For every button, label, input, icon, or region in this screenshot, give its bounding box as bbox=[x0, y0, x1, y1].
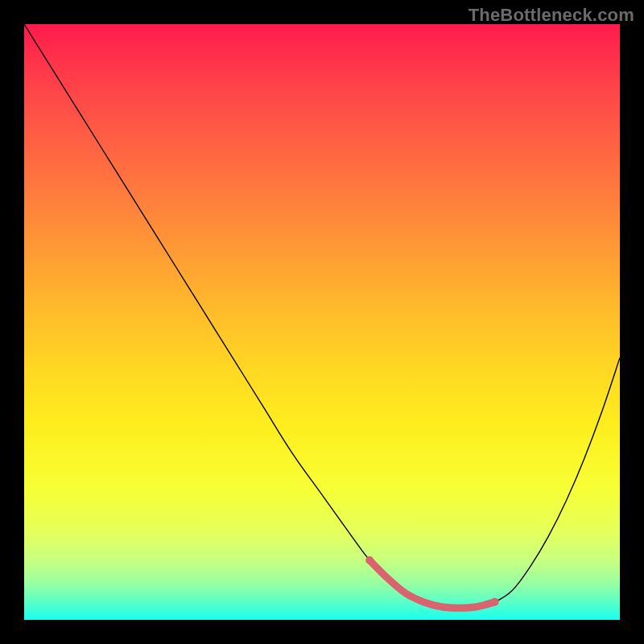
svg-point-0 bbox=[365, 556, 374, 564]
watermark-text: TheBottleneck.com bbox=[469, 5, 634, 26]
svg-point-1 bbox=[491, 598, 499, 606]
